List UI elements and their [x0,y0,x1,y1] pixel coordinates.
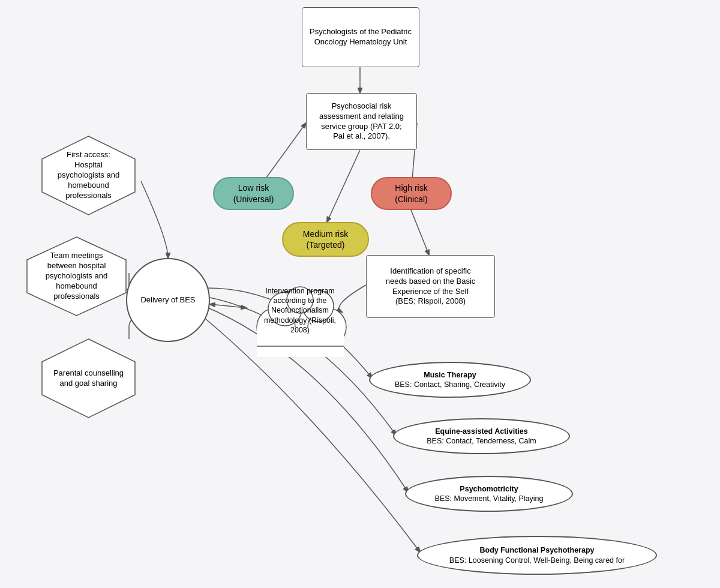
body-functional-node: Body Functional PsychotherapyBES: Loosen… [417,536,657,575]
psychomotricity-node: PsychomotricityBES: Movement, Vitality, … [405,476,573,512]
psychologists-node: Psychologists of the Pediatric Oncology … [302,7,419,67]
low-risk-node: Low risk(Universal) [213,177,294,210]
svg-line-4 [411,210,429,255]
medium-risk-node: Medium risk(Targeted) [282,222,369,257]
first-access-node: First access:Hospitalpsychologists andho… [39,135,138,216]
high-risk-node: High risk(Clinical) [371,177,452,210]
team-meetings-node: Team meetingsbetween hospitalpsychologis… [24,236,129,317]
identification-node: Identification of specificneeds based on… [366,255,495,318]
intervention-node: Intervention programaccording to theNeof… [240,270,360,357]
diagram: Psychologists of the Pediatric Oncology … [0,0,720,588]
svg-line-3 [327,150,360,222]
delivery-bes-node: Delivery of BES [126,258,210,342]
parental-counselling-node: Parental counsellingand goal sharing [39,338,138,419]
music-therapy-node: Music TherapyBES: Contact, Sharing, Crea… [369,362,531,398]
psychosocial-node: Psychosocial riskassessment and relating… [306,93,417,150]
equine-node: Equine-assisted ActivitiesBES: Contact, … [393,418,570,454]
